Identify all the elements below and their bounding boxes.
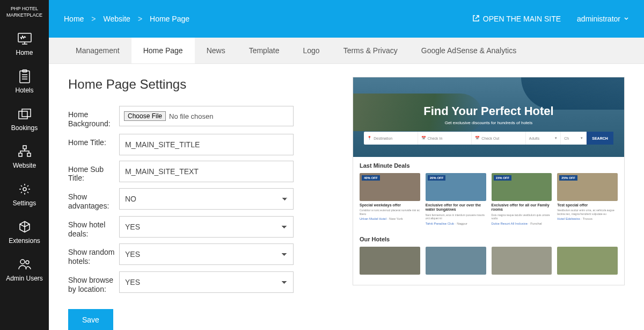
sidebar-item-label: Admin Users	[6, 275, 43, 282]
form-label: Show hotel deals:	[68, 216, 119, 239]
tab-home-page[interactable]: Home Page	[131, 38, 195, 63]
svg-rect-3	[19, 111, 27, 119]
chevron-down-icon: ▾	[555, 136, 557, 140]
clipboard-icon	[17, 69, 32, 83]
form-label: Show random hotels:	[68, 243, 119, 266]
form-label: Show advantages:	[68, 188, 119, 211]
tab-terms-privacy[interactable]: Terms & Privacy	[332, 38, 409, 63]
sidebar-item-label: Bookings	[11, 124, 38, 132]
preview-hotel-card[interactable]	[492, 247, 552, 275]
sidebar-item-extensions[interactable]: Extensions	[0, 212, 49, 250]
save-button[interactable]: Save	[68, 309, 113, 330]
file-status-text: No file chosen	[169, 112, 213, 120]
preview-card-image: 15% OFF	[492, 173, 552, 201]
svg-rect-7	[27, 153, 31, 156]
discount-badge: 40% OFF	[362, 175, 380, 181]
preview-card-link[interactable]: Hotel Edelweiss · Trovos	[557, 217, 618, 220]
preview-pane: Find Your Perfect Hotel Get exclusive di…	[353, 77, 625, 285]
calendar-icon: 📅	[475, 136, 480, 140]
form-row-show-browse-location: Show browse by location: YES	[68, 271, 294, 294]
discount-badge: 20% OFF	[428, 175, 446, 181]
preview-our-hotels: Our Hotels	[353, 231, 624, 280]
sidebar-item-settings[interactable]: Settings	[0, 175, 49, 212]
tab-google-adsense[interactable]: Google AdSense & Analytics	[409, 38, 528, 63]
preview-deal-card[interactable]: 15% OFF Exclusive offer for all our Fami…	[492, 173, 552, 225]
sidebar-item-website[interactable]: Website	[0, 137, 49, 175]
preview-search-button[interactable]: SEARCH	[587, 132, 613, 145]
choose-file-button[interactable]: Choose File	[124, 111, 166, 121]
preview-hero: Find Your Perfect Hotel Get exclusive di…	[353, 77, 624, 157]
preview-hotel-card[interactable]	[360, 247, 420, 275]
topbar: Home > Website > Home Page OPEN THE MAIN…	[49, 0, 644, 38]
gear-icon	[17, 182, 32, 196]
show-browse-location-select[interactable]: YES	[119, 271, 294, 293]
breadcrumb-item[interactable]: Home Page	[150, 15, 189, 23]
open-main-site-link[interactable]: OPEN THE MAIN SITE	[472, 15, 561, 24]
preview-card-image	[492, 247, 552, 275]
breadcrumb: Home > Website > Home Page	[64, 15, 189, 23]
preview-hotel-card[interactable]	[557, 247, 618, 275]
preview-card-link[interactable]: Urban Model Hotel · New York	[360, 217, 420, 220]
sidebar-item-bookings[interactable]: Bookings	[0, 99, 49, 137]
tab-logo[interactable]: Logo	[291, 38, 331, 63]
form-row-show-advantages: Show advantages: NO	[68, 188, 294, 211]
form-label: Home Background:	[68, 106, 119, 128]
discount-badge: 15% OFF	[494, 175, 512, 181]
preview-card-image	[426, 247, 486, 275]
sidebar-item-label: Settings	[13, 199, 36, 207]
show-hotel-deals-select[interactable]: YES	[119, 216, 294, 238]
breadcrumb-sep: >	[91, 15, 96, 23]
preview-card-link[interactable]: Dolce Resort All Inclusive · Funchal	[492, 222, 552, 225]
user-label: administrator	[577, 15, 620, 23]
user-menu[interactable]: administrator	[577, 15, 629, 23]
preview-card-image: 25% OFF	[557, 173, 618, 201]
external-link-icon	[472, 15, 480, 24]
preview-card-text: Curabitur a nunc euismod placerat nonval…	[360, 209, 420, 216]
show-advantages-select[interactable]: NO	[119, 188, 294, 210]
preview-card-link[interactable]: Tahiti Paradise Club · Nagpur	[426, 222, 486, 225]
chevron-down-icon: ▾	[581, 136, 583, 140]
svg-point-9	[20, 260, 25, 264]
tab-management[interactable]: Management	[64, 38, 131, 63]
form-row-home-subtitle: Home Sub Title:	[68, 161, 294, 183]
preview-hero-title: Find Your Perfect Hotel	[423, 104, 553, 118]
form-row-show-random-hotels: Show random hotels: YES	[68, 243, 294, 266]
preview-checkin-field[interactable]: 📅Check In	[418, 132, 472, 145]
preview-card-image	[557, 247, 618, 275]
sidebar-item-home[interactable]: Home	[0, 24, 49, 62]
sidebar-item-label: Home	[16, 49, 33, 56]
preview-deal-card[interactable]: 25% OFF Test special offer Vestibulum au…	[557, 173, 618, 225]
svg-rect-0	[18, 33, 31, 42]
preview-adults-field[interactable]: Adults▾	[526, 132, 561, 145]
preview-hero-subtitle: Get exclusive discounts for hundreds of …	[445, 120, 533, 125]
form-label: Home Title:	[68, 134, 119, 147]
preview-deal-card[interactable]: 20% OFF Exclusive offer for our over the…	[426, 173, 486, 225]
preview-deal-card[interactable]: 40% OFF Special weekdays offer Curabitur…	[360, 173, 420, 225]
sidebar-item-label: Website	[13, 162, 36, 169]
discount-badge: 25% OFF	[559, 175, 577, 181]
form-row-home-background: Home Background: Choose File No file cho…	[68, 106, 294, 128]
home-title-input[interactable]	[119, 134, 294, 155]
preview-hotel-card[interactable]	[426, 247, 486, 275]
home-subtitle-input[interactable]	[119, 161, 294, 182]
calendar-icon: 📅	[421, 136, 426, 140]
form-label: Show browse by location:	[68, 271, 119, 294]
sidebar-item-admin-users[interactable]: Admin Users	[0, 250, 49, 288]
brand-logo: PHP HOTEL MARKETPLACE	[0, 0, 49, 24]
svg-rect-6	[19, 153, 22, 156]
preview-card-image: 20% OFF	[426, 173, 486, 201]
preview-card-image	[360, 247, 420, 275]
sidebar: PHP HOTEL MARKETPLACE Home Hotels Bookin…	[0, 0, 49, 330]
preview-destination-field[interactable]: 📍Destination	[364, 132, 418, 145]
preview-children-field[interactable]: Ch▾	[561, 132, 587, 145]
tab-news[interactable]: News	[195, 38, 237, 63]
breadcrumb-item[interactable]: Home	[64, 15, 84, 23]
sidebar-item-hotels[interactable]: Hotels	[0, 62, 49, 99]
show-random-hotels-select[interactable]: YES	[119, 243, 294, 265]
tab-template[interactable]: Template	[237, 38, 291, 63]
file-input[interactable]: Choose File No file chosen	[119, 106, 294, 126]
breadcrumb-item[interactable]: Website	[104, 15, 130, 23]
svg-rect-5	[23, 146, 26, 149]
preview-checkout-field[interactable]: 📅Check Out	[472, 132, 526, 145]
preview-card-image: 40% OFF	[360, 173, 420, 201]
